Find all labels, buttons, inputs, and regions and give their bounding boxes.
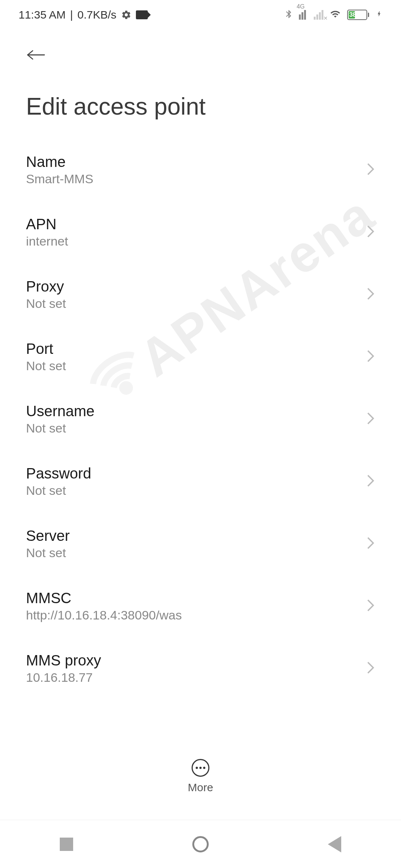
- status-bar: 11:35 AM | 0.7KB/s 4G ✕: [0, 0, 401, 30]
- signal-4g-badge: 4G: [297, 3, 304, 10]
- wifi-icon: [329, 9, 342, 21]
- setting-label: Password: [26, 465, 91, 482]
- chevron-right-icon: [366, 536, 375, 551]
- setting-label: Proxy: [26, 278, 66, 295]
- status-time: 11:35 AM: [19, 9, 66, 21]
- setting-value: 10.16.18.77: [26, 670, 101, 685]
- chevron-right-icon: [366, 661, 375, 676]
- setting-label: MMSC: [26, 590, 182, 606]
- gear-icon: [121, 10, 131, 20]
- battery-percent: 38: [349, 11, 356, 18]
- setting-row-apn[interactable]: APN internet: [26, 201, 375, 263]
- chevron-right-icon: [366, 225, 375, 240]
- header: Edit access point: [0, 30, 401, 139]
- charging-icon: [376, 9, 382, 21]
- setting-label: Username: [26, 403, 95, 420]
- signal-no-sim-icon: ✕: [314, 10, 323, 20]
- setting-label: MMS proxy: [26, 652, 101, 669]
- bluetooth-icon: [284, 8, 294, 22]
- chevron-right-icon: [366, 287, 375, 302]
- setting-row-password[interactable]: Password Not set: [26, 450, 375, 513]
- setting-row-port[interactable]: Port Not set: [26, 326, 375, 388]
- setting-value: Not set: [26, 483, 91, 498]
- chevron-right-icon: [366, 162, 375, 177]
- setting-label: Server: [26, 527, 70, 544]
- battery-icon: 38: [347, 10, 369, 20]
- setting-value: Not set: [26, 421, 95, 435]
- video-icon: [136, 10, 148, 19]
- setting-value: internet: [26, 234, 68, 249]
- setting-label: APN: [26, 216, 68, 233]
- nav-back-button[interactable]: [328, 836, 341, 852]
- more-label: More: [188, 781, 213, 794]
- setting-value: http://10.16.18.4:38090/was: [26, 608, 182, 622]
- back-button[interactable]: [26, 41, 375, 70]
- setting-label: Name: [26, 154, 93, 170]
- chevron-right-icon: [366, 599, 375, 614]
- status-right: 4G ✕ 38: [284, 8, 382, 22]
- navigation-bar: [0, 820, 401, 868]
- setting-value: Not set: [26, 359, 66, 373]
- nav-recent-button[interactable]: [60, 838, 73, 851]
- setting-row-proxy[interactable]: Proxy Not set: [26, 263, 375, 326]
- settings-list: Name Smart-MMS APN internet Proxy Not se…: [0, 139, 401, 700]
- more-button[interactable]: More: [0, 759, 401, 794]
- setting-value: Not set: [26, 546, 70, 560]
- setting-row-mms-proxy[interactable]: MMS proxy 10.16.18.77: [26, 637, 375, 700]
- chevron-right-icon: [366, 474, 375, 489]
- setting-label: Port: [26, 341, 66, 357]
- nav-home-button[interactable]: [192, 836, 209, 852]
- setting-row-mmsc[interactable]: MMSC http://10.16.18.4:38090/was: [26, 575, 375, 637]
- status-separator: |: [70, 9, 73, 21]
- page-title: Edit access point: [26, 93, 375, 120]
- setting-row-server[interactable]: Server Not set: [26, 513, 375, 575]
- setting-row-username[interactable]: Username Not set: [26, 388, 375, 450]
- status-left: 11:35 AM | 0.7KB/s: [19, 9, 148, 21]
- chevron-right-icon: [366, 412, 375, 427]
- chevron-right-icon: [366, 349, 375, 364]
- signal-4g-icon: 4G: [299, 10, 309, 20]
- setting-value: Smart-MMS: [26, 172, 93, 186]
- more-icon: [192, 759, 209, 777]
- setting-row-name[interactable]: Name Smart-MMS: [26, 139, 375, 201]
- status-speed: 0.7KB/s: [78, 9, 117, 21]
- setting-value: Not set: [26, 296, 66, 311]
